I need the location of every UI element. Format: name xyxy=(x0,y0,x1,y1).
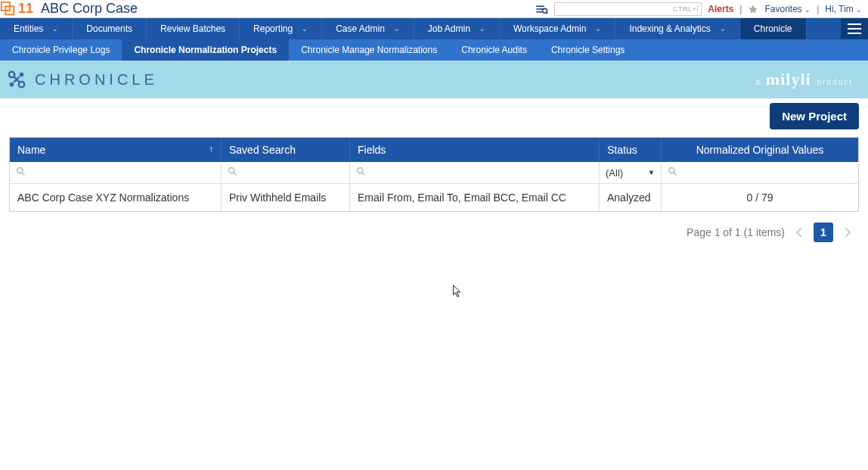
chevron-left-icon xyxy=(795,227,803,238)
nav-reporting[interactable]: Reporting⌄ xyxy=(240,18,322,39)
alerts-link[interactable]: Alerts xyxy=(708,4,733,14)
search-icon xyxy=(16,167,26,176)
table-header-row: Name↑ Saved Search Fields Status Normali… xyxy=(10,138,858,162)
milyli-credit: a milyli product xyxy=(755,70,853,89)
favorites-link[interactable]: Favorites ⌄ xyxy=(764,4,811,14)
sub-nav: Chronicle Privilege Logs Chronicle Norma… xyxy=(0,39,868,61)
nav-entities[interactable]: Entities⌄ xyxy=(0,18,73,39)
nav-chronicle[interactable]: Chronicle xyxy=(740,18,807,39)
svg-point-10 xyxy=(9,72,14,77)
chevron-right-icon xyxy=(844,227,851,238)
svg-line-23 xyxy=(674,173,676,175)
sort-asc-icon: ↑ xyxy=(209,144,214,153)
toolbar: New Project xyxy=(0,103,859,129)
svg-rect-8 xyxy=(848,28,861,30)
svg-point-11 xyxy=(20,73,24,77)
nav-job-admin[interactable]: Job Admin⌄ xyxy=(414,18,500,39)
nav-review-batches[interactable]: Review Batches xyxy=(147,18,240,39)
search-icon xyxy=(228,167,237,176)
subnav-normalization-projects[interactable]: Chronicle Normalization Projects xyxy=(122,39,289,61)
subnav-audits[interactable]: Chronicle Audits xyxy=(449,39,539,61)
table-row[interactable]: ABC Corp Case XYZ Normalizations Priv Wi… xyxy=(10,184,858,211)
pager-prev-button[interactable] xyxy=(792,226,806,239)
svg-line-6 xyxy=(547,12,548,14)
col-header-saved-search[interactable]: Saved Search xyxy=(222,138,350,162)
search-icon xyxy=(356,167,366,176)
filter-name xyxy=(10,162,222,184)
filter-fields-input[interactable] xyxy=(369,167,591,179)
filter-row: (All)▼ xyxy=(10,162,858,184)
filter-normalized-input[interactable] xyxy=(680,167,850,179)
subnav-privilege-logs[interactable]: Chronicle Privilege Logs xyxy=(0,39,122,61)
pager-next-button[interactable] xyxy=(841,226,854,239)
col-header-fields[interactable]: Fields xyxy=(350,138,600,162)
global-search: CTRL+/ xyxy=(554,2,702,16)
nav-case-admin[interactable]: Case Admin⌄ xyxy=(322,18,414,39)
shortcut-hint: CTRL+/ xyxy=(673,5,699,13)
svg-line-17 xyxy=(22,173,24,175)
pager-current-page[interactable]: 1 xyxy=(814,223,833,242)
nav-indexing-analytics[interactable]: Indexing & Analytics⌄ xyxy=(615,18,739,39)
cell-name: ABC Corp Case XYZ Normalizations xyxy=(10,184,222,211)
separator: | xyxy=(817,4,819,14)
col-header-name[interactable]: Name↑ xyxy=(10,138,222,162)
chevron-down-icon: ▼ xyxy=(648,169,655,176)
logo-number: 11 xyxy=(18,1,33,17)
filter-fields xyxy=(350,162,600,184)
svg-point-5 xyxy=(543,8,547,13)
col-header-normalized[interactable]: Normalized Original Values xyxy=(662,138,858,162)
brand-banner: CHRONICLE a milyli product xyxy=(0,61,868,98)
main-nav: Entities⌄ Documents Review Batches Repor… xyxy=(0,18,868,39)
nav-documents[interactable]: Documents xyxy=(73,18,147,39)
hamburger-menu-icon[interactable] xyxy=(841,18,868,39)
app-logo[interactable]: 11 xyxy=(0,1,41,17)
filter-name-input[interactable] xyxy=(29,167,212,179)
chronicle-logo: CHRONICLE xyxy=(6,69,158,90)
projects-table: Name↑ Saved Search Fields Status Normali… xyxy=(9,137,859,212)
subnav-manage-normalizations[interactable]: Chronicle Manage Normalizations xyxy=(289,39,449,61)
pager: Page 1 of 1 (1 items) 1 xyxy=(0,212,868,253)
svg-rect-4 xyxy=(537,11,543,13)
pager-summary: Page 1 of 1 (1 items) xyxy=(687,226,785,238)
svg-point-12 xyxy=(10,82,14,87)
col-header-status[interactable]: Status xyxy=(600,138,662,162)
case-title[interactable]: ABC Corp Case xyxy=(41,1,138,17)
svg-line-21 xyxy=(362,173,364,175)
svg-point-20 xyxy=(358,168,363,173)
filter-status: (All)▼ xyxy=(600,162,662,184)
svg-rect-2 xyxy=(537,5,545,7)
svg-line-19 xyxy=(234,173,236,175)
top-header: 11 ABC Corp Case CTRL+/ Alerts | Favorit… xyxy=(0,0,868,18)
svg-point-16 xyxy=(17,168,23,173)
chronicle-wordmark: CHRONICLE xyxy=(35,71,158,89)
filter-saved-search-input[interactable] xyxy=(240,167,341,179)
svg-rect-7 xyxy=(848,23,861,25)
nav-workspace-admin[interactable]: Workspace Admin⌄ xyxy=(500,18,616,39)
svg-point-18 xyxy=(229,168,234,173)
cell-fields: Email From, Email To, Email BCC, Email C… xyxy=(350,184,600,211)
quick-search-icon[interactable] xyxy=(535,2,548,16)
filter-status-select[interactable]: (All)▼ xyxy=(606,167,655,179)
subnav-settings[interactable]: Chronicle Settings xyxy=(539,39,637,61)
user-greeting[interactable]: Hi, Tim ⌄ xyxy=(825,4,862,14)
relativity-icon xyxy=(0,1,17,17)
chronicle-mark-icon xyxy=(6,69,27,90)
svg-point-13 xyxy=(19,82,24,87)
search-icon xyxy=(668,167,677,176)
new-project-button[interactable]: New Project xyxy=(770,103,859,129)
separator: | xyxy=(739,4,742,14)
cell-saved-search: Priv Withheld Emails xyxy=(222,184,350,211)
filter-normalized xyxy=(662,162,858,184)
cell-normalized: 0 / 79 xyxy=(662,184,858,211)
svg-rect-9 xyxy=(848,33,861,34)
svg-point-22 xyxy=(669,168,674,173)
cell-status: Analyzed xyxy=(600,184,662,211)
filter-saved-search xyxy=(222,162,350,184)
star-icon[interactable] xyxy=(748,4,758,14)
